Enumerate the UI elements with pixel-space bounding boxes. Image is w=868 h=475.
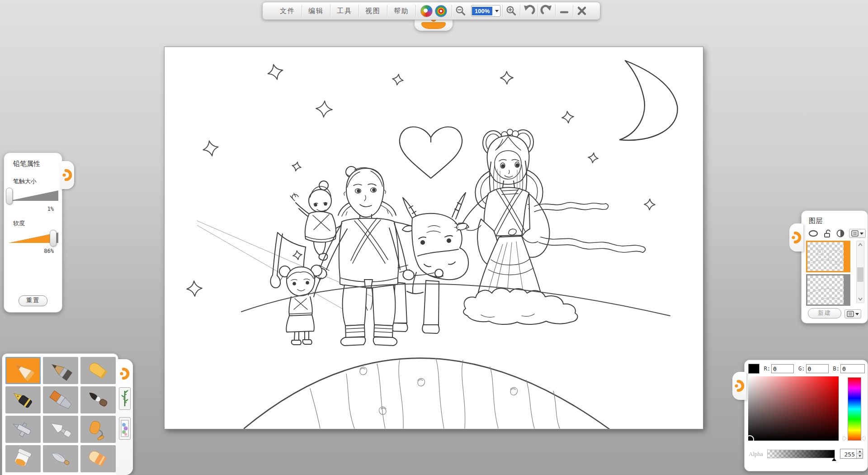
panel-drag-handle[interactable] (732, 372, 746, 400)
tool-oil-brush[interactable] (43, 386, 78, 413)
layer-item-2[interactable] (806, 274, 850, 306)
minimize-button[interactable] (556, 4, 573, 18)
tool-palette-knife[interactable] (43, 416, 78, 443)
hue-marker-left-icon[interactable] (843, 436, 846, 441)
redo-button[interactable] (538, 4, 555, 18)
scroll-down-icon[interactable] (857, 296, 864, 302)
scrollbar-thumb[interactable] (857, 267, 863, 282)
main-toolbar: 文件 编辑 工具 视图 帮助 100% (262, 2, 600, 20)
menu-help[interactable]: 帮助 (387, 3, 415, 19)
tool-ink-brush[interactable] (80, 386, 116, 413)
menu-view[interactable]: 视图 (359, 3, 387, 19)
zoom-level-field[interactable]: 100% (471, 5, 500, 17)
alpha-input[interactable] (840, 449, 856, 458)
layer-2-preview (807, 276, 849, 304)
tool-crayon[interactable] (80, 357, 116, 384)
sv-selection-indicator (748, 435, 754, 441)
pencil-properties-panel: 铅笔属性 笔触大小 1% 软度 86% 重置 (4, 152, 62, 313)
b-label: B: (833, 366, 840, 372)
app-background: 文件 编辑 工具 视图 帮助 100% (0, 0, 868, 475)
crayon-icon (84, 360, 112, 381)
alpha-spinner (840, 449, 863, 459)
menu-file[interactable]: 文件 (274, 3, 302, 19)
zoom-level-value: 100% (472, 7, 492, 15)
pencil-panel-title: 铅笔属性 (13, 160, 62, 168)
layer-opacity-icon[interactable] (836, 229, 845, 238)
tool-fountain-pen[interactable] (5, 386, 41, 413)
zoom-in-button[interactable] (503, 4, 520, 18)
softness-slider-thumb[interactable] (50, 230, 57, 247)
r-input[interactable] (771, 364, 794, 373)
b-input[interactable] (840, 364, 865, 373)
tool-paint-jar[interactable] (5, 445, 41, 472)
brush-size-slider-thumb[interactable] (6, 188, 13, 204)
tool-palette-drag-tab[interactable] (116, 359, 133, 475)
girl-figure (279, 265, 322, 345)
close-button[interactable] (573, 4, 590, 18)
zoom-dropdown-caret-icon[interactable] (495, 10, 499, 12)
brush-size-slider[interactable] (8, 186, 59, 204)
tool-carving-knife[interactable] (43, 445, 78, 472)
tool-eraser[interactable] (80, 445, 116, 472)
mascot-drag-tab[interactable] (415, 19, 453, 31)
tool-airbrush[interactable] (5, 416, 41, 443)
g-input[interactable] (806, 364, 829, 373)
panel-drag-handle[interactable] (60, 161, 74, 189)
panel-drag-handle[interactable] (789, 223, 803, 252)
flowing-ribbons (534, 202, 646, 252)
layer-1-preview (807, 242, 849, 271)
eraser-icon (84, 448, 112, 470)
hue-marker-right-icon[interactable] (862, 436, 865, 441)
undo-icon (523, 5, 535, 17)
layer-visibility-icon[interactable] (808, 229, 819, 238)
mascot-clown-eyes-icon (416, 5, 452, 17)
fountain-pen-icon (9, 389, 37, 411)
tool-paint-roller[interactable] (80, 416, 116, 443)
crescent-moon (620, 61, 678, 140)
scroll-up-icon[interactable] (857, 242, 864, 248)
charcoal-pencil-icon (47, 360, 75, 381)
picture-stamp-button[interactable] (119, 417, 131, 440)
paint-roller-icon (84, 418, 112, 440)
minimize-icon (559, 5, 570, 16)
orange-grip-icon (62, 169, 73, 181)
brush-size-value: 1% (4, 206, 62, 212)
g-label: G: (798, 366, 805, 372)
current-color-swatch (748, 364, 760, 374)
tool-charcoal-pencil[interactable] (43, 357, 78, 384)
saturation-value-square[interactable] (748, 376, 839, 441)
cloud (463, 288, 577, 324)
clown-mouth-icon (421, 22, 446, 29)
dropdown-caret-icon (860, 233, 863, 235)
layers-scrollbar[interactable] (856, 241, 864, 303)
bamboo-stamp-button[interactable] (119, 387, 131, 410)
orange-grip-icon (119, 367, 130, 380)
hue-bar[interactable] (848, 377, 861, 441)
brush-size-label: 笔触大小 (13, 177, 62, 185)
drawing-canvas[interactable] (164, 47, 703, 429)
alpha-label: Alpha (749, 451, 763, 458)
new-layer-button[interactable]: 新建 (808, 308, 841, 318)
list-icon (847, 311, 854, 317)
alpha-slider[interactable] (767, 450, 835, 458)
tool-palette-panel (2, 353, 118, 475)
magnifier-minus-icon (455, 5, 467, 17)
layer-list (806, 241, 851, 304)
layers-panel: 图层 (801, 210, 868, 323)
picture-stamp-icon (121, 419, 129, 437)
reset-button[interactable]: 重置 (19, 295, 47, 306)
softness-slider[interactable] (8, 228, 59, 247)
alpha-spin-up-button[interactable] (857, 449, 863, 454)
tool-pencil[interactable] (5, 357, 41, 384)
zoom-out-button[interactable] (452, 4, 469, 18)
layer-mode-menu-button[interactable] (849, 229, 866, 238)
layer-item-1[interactable] (806, 241, 850, 272)
layer-lock-icon[interactable] (823, 229, 832, 238)
alpha-spin-down-button[interactable] (857, 454, 863, 459)
layers-menu-button[interactable] (844, 309, 861, 318)
close-icon (576, 5, 587, 16)
menu-tools[interactable]: 工具 (330, 3, 359, 19)
carving-knife-icon (47, 448, 75, 470)
menu-edit[interactable]: 编辑 (302, 3, 330, 19)
undo-button[interactable] (520, 4, 538, 18)
